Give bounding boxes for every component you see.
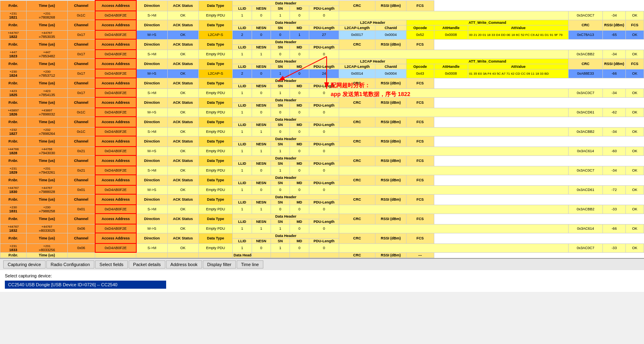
cell-direction: M->S bbox=[136, 30, 167, 39]
cell-nesn: 0 bbox=[252, 243, 271, 252]
column-header-row: P.nbr.Time (us)ChannelAccess AddressDire… bbox=[0, 39, 644, 44]
cell-md: 0 bbox=[290, 205, 309, 214]
cell-direction: M->S bbox=[136, 185, 167, 194]
cell-access-address: 0xD4AB0F2E bbox=[95, 205, 136, 214]
cell-crc: 0x3AC0C7 bbox=[569, 88, 603, 97]
cell-time: +231=8033256 bbox=[26, 243, 67, 252]
cell-llid: 1 bbox=[233, 243, 252, 252]
column-header-row: P.nbr.Time (us)ChannelAccess AddressDire… bbox=[0, 78, 644, 83]
cell-pdu-length: 0 bbox=[309, 166, 339, 175]
cell-md: 0 bbox=[290, 185, 309, 194]
cell-crc: 0x3ACD61 bbox=[569, 108, 603, 117]
cell-direction: M->S bbox=[136, 147, 167, 155]
cell-fcs: OK bbox=[626, 185, 644, 194]
cell-pdu-length: 0 bbox=[309, 205, 339, 214]
cell-l2cap-att-pad bbox=[339, 243, 569, 252]
cell-pnbr: +447671822 bbox=[0, 30, 27, 39]
cell-pdu-length: 0 bbox=[309, 50, 339, 59]
cell-md: 0 bbox=[290, 147, 309, 155]
cell-l2cap-length: 0x0017 bbox=[339, 30, 375, 39]
cell-fcs: OK bbox=[626, 147, 644, 155]
cell-pdu-length: 0 bbox=[309, 185, 339, 194]
tab-address-book[interactable]: Address book bbox=[166, 260, 202, 268]
cell-time: +43897=7898032 bbox=[26, 108, 67, 117]
cell-nesn: 1 bbox=[252, 147, 271, 155]
cell-data-type: Empty PDU bbox=[198, 11, 233, 20]
cell-data-type: Empty PDU bbox=[198, 50, 233, 59]
table-row: +447671822+44767=78530350x170xD4AB0F2EM-… bbox=[0, 30, 644, 39]
cell-rssi: -34 bbox=[602, 166, 625, 175]
cell-llid: 1 bbox=[233, 108, 252, 117]
column-header-row: P.nbr.Time (us)ChannelAccess AddressDire… bbox=[0, 155, 644, 161]
cell-rssi: -34 bbox=[602, 50, 625, 59]
cell-ack-status: OK bbox=[167, 205, 198, 214]
packet-scroll[interactable]: P.nbr.Time (us)ChannelAccess AddressDire… bbox=[0, 0, 644, 258]
cell-sn: 0 bbox=[271, 30, 290, 39]
cell-sn: 1 bbox=[271, 11, 290, 20]
cell-access-address: 0xD4AB0F2E bbox=[95, 166, 136, 175]
cell-direction: S->M bbox=[136, 11, 167, 20]
cell-sn: 1 bbox=[271, 88, 290, 97]
tab-select-fields[interactable]: Select fields bbox=[95, 260, 128, 268]
cell-rssi: -72 bbox=[602, 185, 625, 194]
cell-fcs: OK bbox=[626, 127, 644, 136]
cell-pnbr: +2311829 bbox=[0, 166, 27, 175]
cell-access-address: 0xD4AB0F2E bbox=[95, 11, 136, 20]
cell-llid: 2 bbox=[233, 30, 252, 39]
cell-direction: M->S bbox=[136, 108, 167, 117]
cell-llid: 2 bbox=[233, 69, 252, 78]
cell-crc: 0x3AC0C7 bbox=[569, 243, 603, 252]
cell-pnbr: +2301824 bbox=[0, 69, 27, 78]
cell-channel: 0x21 bbox=[67, 147, 95, 155]
cell-md: 0 bbox=[290, 50, 309, 59]
cell-channel: 0x21 bbox=[67, 166, 95, 175]
cell-access-address: 0xD4AB0F2E bbox=[95, 30, 136, 39]
cell-sn: 0 bbox=[271, 50, 290, 59]
cell-time: +423=7854135 bbox=[26, 88, 67, 97]
table-row: +438971826+43897=78980320x1C0xD4AB0F2EM-… bbox=[0, 108, 644, 117]
cell-channel: 0x01 bbox=[67, 185, 95, 194]
cell-time: +447=7853482 bbox=[26, 50, 67, 59]
cell-pdu-length: 27 bbox=[309, 30, 339, 39]
device-select-display[interactable]: CC2540 USB Dongle [USB Device ID=0726] -… bbox=[5, 281, 166, 289]
tab-radio-configuration[interactable]: Radio Configuration bbox=[46, 260, 94, 268]
cell-l2cap-length: 0x0014 bbox=[339, 69, 375, 78]
table-row: +2311829+231=79432610x210xD4AB0F2ES->MOK… bbox=[0, 166, 644, 175]
cell-fcs: OK bbox=[626, 11, 644, 20]
cell-l2cap-att-pad bbox=[339, 185, 569, 194]
cell-channel: 0x17 bbox=[67, 50, 95, 59]
cell-crc: 0x3AC614 bbox=[569, 147, 603, 155]
tab-time-line[interactable]: Time line bbox=[237, 260, 263, 268]
table-row: +447661828+44766=79430300x210xD4AB0F2EM-… bbox=[0, 147, 644, 155]
cell-rssi: -65 bbox=[602, 30, 625, 39]
cell-channel: 0x17 bbox=[67, 69, 95, 78]
cell-llid: 1 bbox=[233, 205, 252, 214]
cell-data-type: Empty PDU bbox=[198, 205, 233, 214]
table-row: +447671832+44767=80330250x060xD4AB0F2EM-… bbox=[0, 224, 644, 233]
cell-fcs: OK bbox=[626, 243, 644, 252]
table-row: +447671830+44767=79880280x010xD4AB0F2EM-… bbox=[0, 185, 644, 194]
cell-access-address: 0xD4AB0F2E bbox=[95, 224, 136, 233]
cell-rssi: -66 bbox=[602, 224, 625, 233]
cell-direction: S->M bbox=[136, 50, 167, 59]
device-label: Select capturing device: bbox=[5, 273, 639, 278]
cell-md: 0 bbox=[290, 127, 309, 136]
cell-md: 0 bbox=[290, 224, 309, 233]
cell-l2cap-att-pad bbox=[339, 166, 569, 175]
cell-time: +44766=7943030 bbox=[26, 147, 67, 155]
column-header-row: P.nbr.Time (us)ChannelAccess AddressDire… bbox=[0, 59, 644, 64]
cell-nesn: 0 bbox=[252, 108, 271, 117]
cell-rssi: -62 bbox=[602, 108, 625, 117]
tab-display-filter[interactable]: Display filter bbox=[203, 260, 236, 268]
cell-l2cap-att-pad bbox=[339, 50, 569, 59]
cell-fcs: OK bbox=[626, 30, 644, 39]
cell-nesn: 1 bbox=[252, 50, 271, 59]
cell-data-type: Empty PDU bbox=[198, 127, 233, 136]
tab-packet-details[interactable]: Packet details bbox=[129, 260, 165, 268]
cell-l2cap-att-pad bbox=[339, 205, 569, 214]
cell-fcs: OK bbox=[626, 205, 644, 214]
cell-llid: 1 bbox=[233, 224, 252, 233]
tab-capturing-device[interactable]: Capturing device bbox=[3, 260, 46, 268]
cell-channel: 0x17 bbox=[67, 88, 95, 97]
packet-table: P.nbr.Time (us)ChannelAccess AddressDire… bbox=[0, 0, 644, 258]
